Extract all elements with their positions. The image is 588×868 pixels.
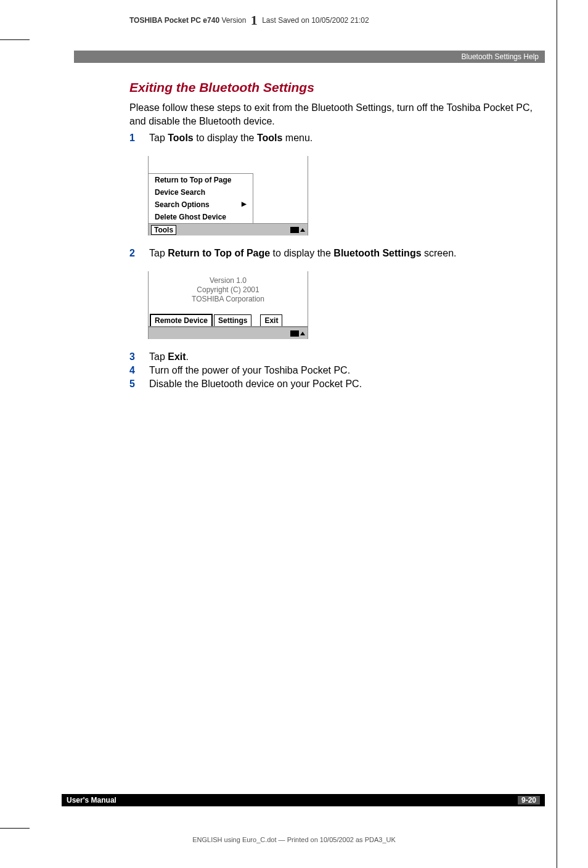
section-title: Exiting the Bluetooth Settings [129, 80, 533, 95]
t: screen. [422, 248, 457, 258]
up-arrow-icon [300, 228, 305, 232]
tools-button[interactable]: Tools [151, 225, 176, 235]
t: menu. [282, 133, 312, 143]
menu-item-search-options[interactable]: Search Options▶ [149, 199, 253, 211]
print-info-line: ENGLISH using Euro_C.dot — Printed on 10… [0, 836, 588, 843]
up-arrow-icon [300, 332, 305, 335]
tab-exit[interactable]: Exit [260, 314, 282, 326]
step-text: Disable the Bluetooth device on your Poc… [149, 379, 362, 390]
step-text: Tap Exit. [149, 351, 189, 362]
step-1: 1 Tap Tools to display the Tools menu. [129, 133, 533, 144]
step-2: 2 Tap Return to Top of Page to display t… [129, 248, 533, 259]
version-word: Version [221, 16, 246, 25]
version-line-1: Version 1.0 [149, 276, 308, 285]
step-text: Tap Tools to display the Tools menu. [149, 133, 312, 144]
step-number: 5 [129, 379, 141, 390]
screenshot-tools-menu: Return to Top of Page Device Search Sear… [148, 156, 308, 235]
label: Return to Top of Page [155, 176, 231, 184]
step-number: 4 [129, 365, 141, 376]
footer-bar: User's Manual 9-20 [62, 794, 545, 806]
t: Exit [168, 351, 186, 362]
t: Tap [149, 351, 168, 362]
keyboard-icon [290, 227, 299, 233]
steps-list-2: 2 Tap Return to Top of Page to display t… [129, 248, 533, 259]
bottom-toolbar: Tools [149, 223, 308, 235]
intro-paragraph: Please follow these steps to exit from t… [129, 101, 533, 128]
saved-on: Last Saved on 10/05/2002 21:02 [262, 16, 369, 25]
product-name: TOSHIBA Pocket PC e740 [129, 16, 219, 25]
version-block: Version 1.0 Copyright (C) 2001 TOSHIBA C… [149, 271, 308, 314]
label: Search Options [155, 200, 210, 209]
crop-tick-top [0, 39, 30, 40]
t: Bluetooth Settings [333, 248, 421, 258]
footer-page-number: 9-20 [518, 796, 540, 805]
version-line-3: TOSHIBA Corporation [149, 295, 308, 304]
label: Delete Ghost Device [155, 213, 226, 221]
section-banner: Bluetooth Settings Help [74, 51, 545, 63]
step-number: 2 [129, 248, 141, 259]
step-4: 4 Turn off the power of your Toshiba Poc… [129, 365, 533, 376]
t: Tap [149, 248, 168, 258]
step-number: 3 [129, 351, 141, 362]
t: Return to Top of Page [168, 248, 270, 258]
page-right-rule [557, 0, 557, 868]
steps-list-3: 3 Tap Exit. 4 Turn off the power of your… [129, 351, 533, 390]
version-number: 1 [251, 12, 258, 28]
step-text: Tap Return to Top of Page to display the… [149, 248, 456, 259]
t: Tools [257, 133, 282, 143]
tools-popup-menu: Return to Top of Page Device Search Sear… [149, 173, 253, 223]
label: Device Search [155, 188, 205, 197]
page-header: TOSHIBA Pocket PC e740 Version 1 Last Sa… [62, 12, 545, 28]
t: Tools [168, 133, 193, 143]
menu-item-return-top[interactable]: Return to Top of Page [149, 174, 253, 186]
content-area: Exiting the Bluetooth Settings Please fo… [129, 80, 533, 395]
menu-item-device-search[interactable]: Device Search [149, 186, 253, 199]
keyboard-icon [290, 330, 299, 337]
submenu-arrow-icon: ▶ [242, 200, 247, 209]
tab-bar: Remote Device Settings Exit [149, 314, 308, 327]
sip-keyboard-toggle[interactable] [290, 227, 305, 233]
sip-keyboard-toggle[interactable] [290, 330, 305, 337]
step-5: 5 Disable the Bluetooth device on your P… [129, 379, 533, 390]
tab-settings[interactable]: Settings [214, 314, 251, 326]
screenshot-bluetooth-settings: Version 1.0 Copyright (C) 2001 TOSHIBA C… [148, 271, 308, 339]
t: . [186, 351, 189, 362]
menu-item-delete-ghost[interactable]: Delete Ghost Device [149, 211, 253, 223]
step-3: 3 Tap Exit. [129, 351, 533, 362]
crop-tick-bottom [0, 828, 30, 829]
version-line-2: Copyright (C) 2001 [149, 285, 308, 295]
step-text: Turn off the power of your Toshiba Pocke… [149, 365, 350, 376]
step-number: 1 [129, 133, 141, 144]
t: to display the [194, 133, 257, 143]
tab-remote-device[interactable]: Remote Device [150, 314, 213, 326]
footer-left: User's Manual [67, 796, 116, 805]
t: to display the [270, 248, 333, 258]
bottom-toolbar-2 [149, 327, 308, 339]
t: Tap [149, 133, 168, 143]
steps-list-1: 1 Tap Tools to display the Tools menu. [129, 133, 533, 144]
